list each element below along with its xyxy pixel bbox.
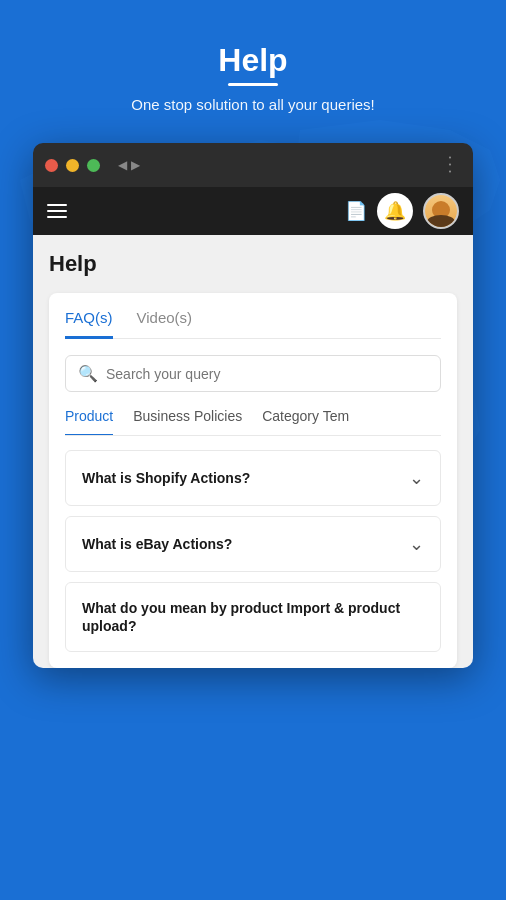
content-title: Help xyxy=(49,251,457,277)
page-container: Help One stop solution to all your queri… xyxy=(0,0,506,900)
filter-tabs: Product Business Policies Category Tem xyxy=(65,408,441,436)
header-section: Help One stop solution to all your queri… xyxy=(111,0,394,133)
close-dot[interactable] xyxy=(45,159,58,172)
tabs-row: FAQ(s) Video(s) xyxy=(65,309,441,339)
forward-arrow-icon[interactable]: ▶ xyxy=(131,158,140,172)
chevron-down-icon-2: ⌄ xyxy=(409,533,424,555)
faq-question-3: What do you mean by product Import & pro… xyxy=(82,600,400,634)
avatar-image xyxy=(425,195,457,227)
search-box: 🔍 xyxy=(65,355,441,392)
faq-item-1[interactable]: What is Shopify Actions? ⌄ xyxy=(65,450,441,506)
main-card: FAQ(s) Video(s) 🔍 Product Business Polic… xyxy=(49,293,457,668)
minimize-dot[interactable] xyxy=(66,159,79,172)
faq-item-2[interactable]: What is eBay Actions? ⌄ xyxy=(65,516,441,572)
document-icon[interactable]: 📄 xyxy=(345,200,367,222)
page-title: Help xyxy=(131,42,374,79)
chevron-down-icon-1: ⌄ xyxy=(409,467,424,489)
avatar-button[interactable] xyxy=(423,193,459,229)
maximize-dot[interactable] xyxy=(87,159,100,172)
hamburger-line xyxy=(47,210,67,212)
browser-controls: ◀ ▶ xyxy=(45,158,140,172)
back-arrow-icon[interactable]: ◀ xyxy=(118,158,127,172)
browser-titlebar: ◀ ▶ ··· xyxy=(33,143,473,187)
navbar-icons: 📄 🔔 xyxy=(345,193,459,229)
tab-faqs[interactable]: FAQ(s) xyxy=(65,309,113,339)
more-options-icon[interactable]: ··· xyxy=(440,155,461,175)
browser-navbar: 📄 🔔 xyxy=(33,187,473,235)
bell-button[interactable]: 🔔 xyxy=(377,193,413,229)
hamburger-line xyxy=(47,204,67,206)
bell-icon: 🔔 xyxy=(384,200,406,222)
title-underline xyxy=(228,83,278,86)
faq-item-3[interactable]: What do you mean by product Import & pro… xyxy=(65,582,441,652)
browser-content: Help FAQ(s) Video(s) 🔍 Product Business … xyxy=(33,235,473,668)
filter-tab-category[interactable]: Category Tem xyxy=(262,408,349,436)
browser-nav: ◀ ▶ xyxy=(118,158,140,172)
faq-question-2: What is eBay Actions? xyxy=(82,536,409,552)
browser-window: ◀ ▶ ··· 📄 🔔 xyxy=(33,143,473,668)
search-input[interactable] xyxy=(106,366,428,382)
filter-tab-business[interactable]: Business Policies xyxy=(133,408,242,436)
filter-tab-product[interactable]: Product xyxy=(65,408,113,436)
hamburger-menu-button[interactable] xyxy=(47,204,67,218)
header-subtitle: One stop solution to all your queries! xyxy=(131,96,374,113)
faq-question-1: What is Shopify Actions? xyxy=(82,470,409,486)
tab-videos[interactable]: Video(s) xyxy=(137,309,193,339)
search-icon: 🔍 xyxy=(78,364,98,383)
hamburger-line xyxy=(47,216,67,218)
